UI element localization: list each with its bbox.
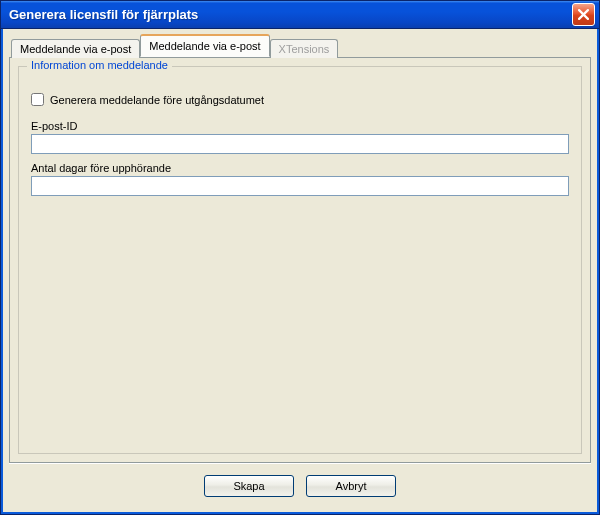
checkbox-row-generate-before-expiry: Generera meddelande före utgångsdatumet bbox=[31, 93, 569, 106]
tab-label: Meddelande via e-post bbox=[20, 43, 131, 55]
tabstrip: Meddelande via e-post Meddelande via e-p… bbox=[11, 35, 591, 57]
tab-notification-1[interactable]: Meddelande via e-post bbox=[11, 39, 140, 58]
generate-before-expiry-checkbox[interactable] bbox=[31, 93, 44, 106]
button-bar: Skapa Avbryt bbox=[9, 463, 591, 506]
generate-before-expiry-label[interactable]: Generera meddelande före utgångsdatumet bbox=[50, 94, 264, 106]
tab-label: Meddelande via e-post bbox=[149, 40, 260, 52]
window-title: Generera licensfil för fjärrplats bbox=[9, 7, 572, 22]
create-button[interactable]: Skapa bbox=[204, 475, 294, 497]
tab-label: XTensions bbox=[279, 43, 330, 55]
client-area: Meddelande via e-post Meddelande via e-p… bbox=[1, 29, 599, 514]
email-id-label: E-post-ID bbox=[31, 120, 569, 132]
close-button[interactable] bbox=[572, 3, 595, 26]
group-legend: Information om meddelande bbox=[27, 59, 172, 71]
days-before-expiry-input[interactable] bbox=[31, 176, 569, 196]
email-id-input[interactable] bbox=[31, 134, 569, 154]
titlebar: Generera licensfil för fjärrplats bbox=[1, 1, 599, 29]
group-notification-info: Information om meddelande Generera medde… bbox=[18, 66, 582, 454]
days-before-expiry-label: Antal dagar före upphörande bbox=[31, 162, 569, 174]
tab-panel: Information om meddelande Generera medde… bbox=[9, 57, 591, 463]
close-icon bbox=[578, 9, 589, 20]
dialog-window: Generera licensfil för fjärrplats Meddel… bbox=[0, 0, 600, 515]
tab-xtensions[interactable]: XTensions bbox=[270, 39, 339, 58]
cancel-button[interactable]: Avbryt bbox=[306, 475, 396, 497]
tab-notification-2[interactable]: Meddelande via e-post bbox=[140, 34, 269, 57]
